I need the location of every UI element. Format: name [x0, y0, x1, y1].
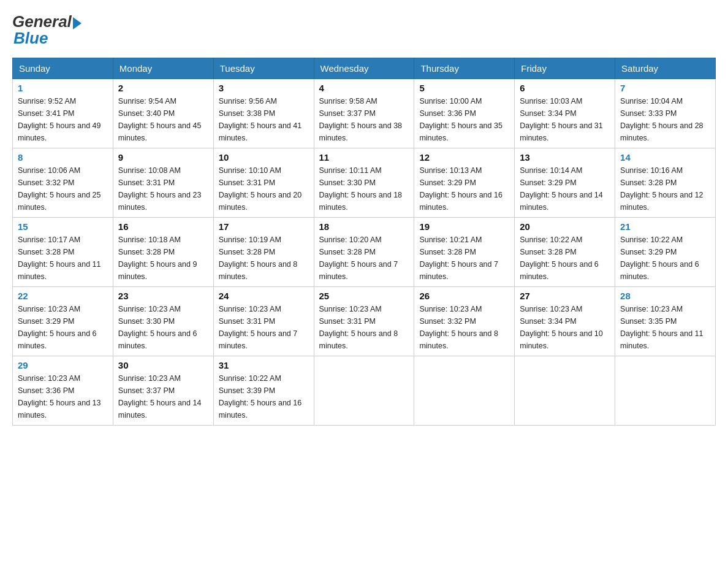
calendar-cell: 10Sunrise: 10:10 AMSunset: 3:31 PMDaylig…	[213, 148, 314, 218]
day-number: 9	[118, 152, 208, 163]
calendar-cell: 26Sunrise: 10:23 AMSunset: 3:32 PMDaylig…	[414, 287, 515, 356]
day-info: Sunrise: 9:56 AMSunset: 3:38 PMDaylight:…	[219, 95, 309, 144]
day-info: Sunrise: 10:19 AMSunset: 3:28 PMDaylight…	[219, 234, 309, 283]
weekday-header-row: SundayMondayTuesdayWednesdayThursdayFrid…	[13, 58, 716, 79]
calendar-cell: 7Sunrise: 10:04 AMSunset: 3:33 PMDayligh…	[615, 79, 716, 148]
day-number: 4	[319, 83, 409, 93]
logo-arrow-icon	[73, 17, 82, 29]
day-number: 22	[18, 291, 108, 301]
calendar-week-row: 29Sunrise: 10:23 AMSunset: 3:36 PMDaylig…	[13, 356, 716, 426]
calendar-cell: 16Sunrise: 10:18 AMSunset: 3:28 PMDaylig…	[113, 218, 213, 287]
day-info: Sunrise: 10:23 AMSunset: 3:32 PMDaylight…	[419, 303, 509, 352]
calendar-week-row: 8Sunrise: 10:06 AMSunset: 3:32 PMDayligh…	[13, 148, 716, 218]
calendar-week-row: 22Sunrise: 10:23 AMSunset: 3:29 PMDaylig…	[13, 287, 716, 356]
day-number: 3	[219, 83, 309, 93]
calendar-cell: 3Sunrise: 9:56 AMSunset: 3:38 PMDaylight…	[213, 79, 314, 148]
day-number: 1	[18, 83, 108, 93]
day-number: 27	[520, 291, 610, 301]
weekday-header-sunday: Sunday	[13, 58, 113, 79]
calendar-cell: 2Sunrise: 9:54 AMSunset: 3:40 PMDaylight…	[113, 79, 213, 148]
calendar-cell: 24Sunrise: 10:23 AMSunset: 3:31 PMDaylig…	[213, 287, 314, 356]
day-info: Sunrise: 10:22 AMSunset: 3:39 PMDaylight…	[219, 372, 309, 421]
day-number: 28	[620, 291, 710, 301]
day-info: Sunrise: 10:17 AMSunset: 3:28 PMDaylight…	[18, 234, 108, 283]
day-number: 24	[219, 291, 309, 301]
calendar-cell: 31Sunrise: 10:22 AMSunset: 3:39 PMDaylig…	[213, 356, 314, 426]
day-info: Sunrise: 10:23 AMSunset: 3:35 PMDaylight…	[620, 303, 710, 352]
day-info: Sunrise: 10:08 AMSunset: 3:31 PMDaylight…	[118, 164, 208, 213]
day-info: Sunrise: 10:16 AMSunset: 3:28 PMDaylight…	[620, 164, 710, 213]
calendar-cell: 29Sunrise: 10:23 AMSunset: 3:36 PMDaylig…	[13, 356, 113, 426]
day-number: 31	[219, 360, 309, 370]
day-number: 12	[419, 152, 509, 163]
day-info: Sunrise: 10:13 AMSunset: 3:29 PMDaylight…	[419, 164, 509, 213]
calendar-cell	[314, 356, 414, 426]
calendar-cell: 11Sunrise: 10:11 AMSunset: 3:30 PMDaylig…	[314, 148, 414, 218]
day-number: 30	[118, 360, 208, 370]
weekday-header-saturday: Saturday	[615, 58, 716, 79]
day-info: Sunrise: 10:11 AMSunset: 3:30 PMDaylight…	[319, 164, 409, 213]
calendar-table: SundayMondayTuesdayWednesdayThursdayFrid…	[12, 58, 716, 426]
calendar-cell: 5Sunrise: 10:00 AMSunset: 3:36 PMDayligh…	[414, 79, 515, 148]
weekday-header-thursday: Thursday	[414, 58, 515, 79]
calendar-cell: 1Sunrise: 9:52 AMSunset: 3:41 PMDaylight…	[13, 79, 113, 148]
weekday-header-wednesday: Wednesday	[314, 58, 414, 79]
calendar-cell: 23Sunrise: 10:23 AMSunset: 3:30 PMDaylig…	[113, 287, 213, 356]
calendar-cell: 17Sunrise: 10:19 AMSunset: 3:28 PMDaylig…	[213, 218, 314, 287]
day-info: Sunrise: 10:23 AMSunset: 3:31 PMDaylight…	[219, 303, 309, 352]
calendar-cell: 27Sunrise: 10:23 AMSunset: 3:34 PMDaylig…	[515, 287, 615, 356]
day-number: 19	[419, 221, 509, 232]
logo: General Blue	[12, 12, 82, 48]
day-number: 6	[520, 83, 610, 93]
day-number: 29	[18, 360, 108, 370]
day-info: Sunrise: 9:54 AMSunset: 3:40 PMDaylight:…	[118, 95, 208, 144]
day-number: 23	[118, 291, 208, 301]
day-info: Sunrise: 10:10 AMSunset: 3:31 PMDaylight…	[219, 164, 309, 213]
weekday-header-friday: Friday	[515, 58, 615, 79]
calendar-cell: 12Sunrise: 10:13 AMSunset: 3:29 PMDaylig…	[414, 148, 515, 218]
day-number: 15	[18, 221, 108, 232]
calendar-week-row: 15Sunrise: 10:17 AMSunset: 3:28 PMDaylig…	[13, 218, 716, 287]
day-info: Sunrise: 10:23 AMSunset: 3:29 PMDaylight…	[18, 303, 108, 352]
day-info: Sunrise: 10:22 AMSunset: 3:29 PMDaylight…	[620, 234, 710, 283]
page-header: General Blue	[12, 12, 716, 48]
day-number: 10	[219, 152, 309, 163]
day-info: Sunrise: 10:23 AMSunset: 3:30 PMDaylight…	[118, 303, 208, 352]
day-info: Sunrise: 10:18 AMSunset: 3:28 PMDaylight…	[118, 234, 208, 283]
calendar-cell: 4Sunrise: 9:58 AMSunset: 3:37 PMDaylight…	[314, 79, 414, 148]
day-number: 13	[520, 152, 610, 163]
day-info: Sunrise: 10:03 AMSunset: 3:34 PMDaylight…	[520, 95, 610, 144]
day-number: 2	[118, 83, 208, 93]
day-number: 14	[620, 152, 710, 163]
day-info: Sunrise: 10:04 AMSunset: 3:33 PMDaylight…	[620, 95, 710, 144]
calendar-cell: 22Sunrise: 10:23 AMSunset: 3:29 PMDaylig…	[13, 287, 113, 356]
calendar-cell: 14Sunrise: 10:16 AMSunset: 3:28 PMDaylig…	[615, 148, 716, 218]
calendar-cell: 8Sunrise: 10:06 AMSunset: 3:32 PMDayligh…	[13, 148, 113, 218]
day-number: 26	[419, 291, 509, 301]
day-number: 21	[620, 221, 710, 232]
calendar-cell: 30Sunrise: 10:23 AMSunset: 3:37 PMDaylig…	[113, 356, 213, 426]
day-info: Sunrise: 10:23 AMSunset: 3:37 PMDaylight…	[118, 372, 208, 421]
day-info: Sunrise: 9:58 AMSunset: 3:37 PMDaylight:…	[319, 95, 409, 144]
calendar-cell: 19Sunrise: 10:21 AMSunset: 3:28 PMDaylig…	[414, 218, 515, 287]
day-number: 5	[419, 83, 509, 93]
day-info: Sunrise: 10:23 AMSunset: 3:36 PMDaylight…	[18, 372, 108, 421]
calendar-cell: 21Sunrise: 10:22 AMSunset: 3:29 PMDaylig…	[615, 218, 716, 287]
calendar-cell: 18Sunrise: 10:20 AMSunset: 3:28 PMDaylig…	[314, 218, 414, 287]
calendar-cell: 25Sunrise: 10:23 AMSunset: 3:31 PMDaylig…	[314, 287, 414, 356]
day-info: Sunrise: 10:23 AMSunset: 3:31 PMDaylight…	[319, 303, 409, 352]
calendar-cell: 13Sunrise: 10:14 AMSunset: 3:29 PMDaylig…	[515, 148, 615, 218]
day-info: Sunrise: 10:14 AMSunset: 3:29 PMDaylight…	[520, 164, 610, 213]
day-info: Sunrise: 9:52 AMSunset: 3:41 PMDaylight:…	[18, 95, 108, 144]
day-info: Sunrise: 10:20 AMSunset: 3:28 PMDaylight…	[319, 234, 409, 283]
calendar-week-row: 1Sunrise: 9:52 AMSunset: 3:41 PMDaylight…	[13, 79, 716, 148]
logo-blue-text: Blue	[13, 29, 48, 48]
calendar-cell: 15Sunrise: 10:17 AMSunset: 3:28 PMDaylig…	[13, 218, 113, 287]
day-number: 25	[319, 291, 409, 301]
day-info: Sunrise: 10:23 AMSunset: 3:34 PMDaylight…	[520, 303, 610, 352]
day-number: 20	[520, 221, 610, 232]
calendar-cell: 28Sunrise: 10:23 AMSunset: 3:35 PMDaylig…	[615, 287, 716, 356]
day-info: Sunrise: 10:22 AMSunset: 3:28 PMDaylight…	[520, 234, 610, 283]
weekday-header-monday: Monday	[113, 58, 213, 79]
day-number: 11	[319, 152, 409, 163]
